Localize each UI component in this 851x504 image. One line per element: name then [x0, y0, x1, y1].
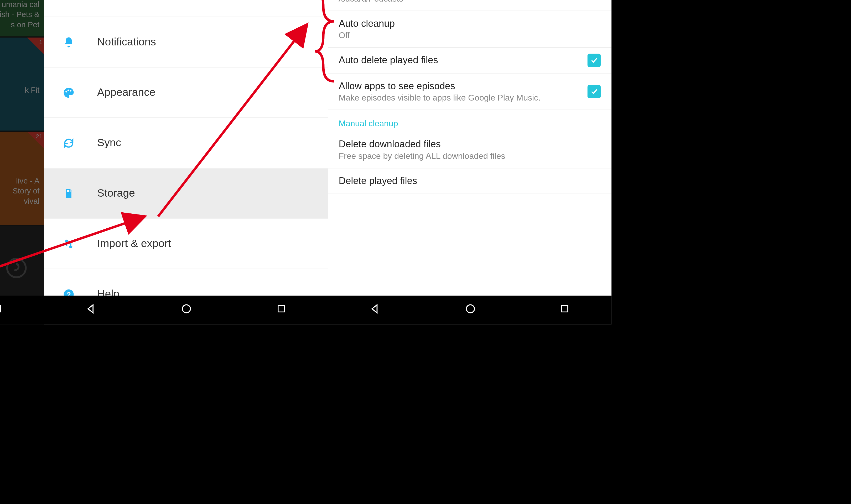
pref-summary: Make episodes visible to apps like Googl… [339, 93, 601, 102]
nav-back-icon[interactable] [86, 303, 98, 317]
pref-allow-apps-to-see-episodes[interactable]: Allow apps to see episodesMake episodes … [328, 73, 611, 110]
settings-item-label: Sync [97, 137, 121, 149]
pref-summary: Off [339, 31, 601, 40]
settings-item-label: Appearance [97, 86, 156, 99]
svg-point-41 [466, 305, 474, 313]
screen-drawer: SONOS 20:53 ⋮ 1 umania cal Fish - Pets &… [0, 0, 45, 324]
svg-rect-30 [69, 190, 69, 192]
settings-item-sync[interactable]: Sync [45, 118, 328, 168]
nav-back-icon[interactable] [369, 303, 382, 317]
svg-rect-35 [278, 306, 284, 312]
pref-auto-cleanup[interactable]: Auto cleanupOff [328, 11, 611, 48]
screen-settings-list: SONOS 20:53 Pocket Casts Playback Auto d… [45, 0, 328, 324]
svg-point-28 [70, 90, 72, 91]
pref-title: Delete played files [339, 176, 601, 186]
pref-auto-delete-played-files[interactable]: Auto delete played files [328, 48, 611, 73]
transfer-icon [58, 237, 79, 250]
android-nav-bar [45, 295, 328, 324]
settings-item-auto-download[interactable]: Auto download [45, 0, 328, 17]
palette-icon [58, 86, 79, 98]
sdcard-icon [58, 187, 79, 199]
pref-summary: Free space by deleting ALL downloaded fi… [339, 151, 601, 161]
pref-summary: /sdcard/Podcasts [339, 0, 601, 3]
bell-icon [58, 36, 79, 48]
settings-item-appearance[interactable]: Appearance [45, 68, 328, 118]
svg-rect-31 [70, 190, 71, 192]
settings-item-label: Storage [97, 187, 135, 199]
android-nav-bar [0, 295, 45, 324]
checkbox-icon[interactable] [588, 54, 601, 67]
checkbox-icon[interactable] [588, 85, 601, 98]
settings-item-storage[interactable]: Storage [45, 168, 328, 219]
sync-icon [58, 137, 79, 149]
svg-rect-29 [67, 190, 68, 192]
manual-cleanup-section-header: Manual cleanup [328, 110, 611, 132]
nav-home-icon[interactable] [464, 303, 476, 317]
svg-rect-42 [562, 306, 568, 312]
svg-point-34 [183, 305, 191, 313]
nav-recents-icon[interactable] [276, 303, 286, 317]
pref-delete-played-files[interactable]: Delete played files [328, 168, 611, 194]
pref-title: Auto delete played files [339, 55, 601, 66]
settings-item-import-export[interactable]: Import & export [45, 219, 328, 269]
pref-title: Delete downloaded files [339, 139, 601, 150]
pref-delete-downloaded-files[interactable]: Delete downloaded filesFree space by del… [328, 132, 611, 168]
nav-recents-icon[interactable] [0, 303, 3, 317]
nav-recents-icon[interactable] [559, 303, 570, 317]
settings-item-label: Notifications [97, 36, 156, 48]
pref-title: Allow apps to see episodes [339, 81, 601, 92]
svg-point-26 [66, 91, 67, 92]
settings-item-notifications[interactable]: Notifications [45, 17, 328, 68]
svg-rect-19 [0, 306, 1, 312]
settings-item-label: Import & export [97, 237, 171, 250]
nav-home-icon[interactable] [181, 303, 193, 317]
screen-storage-settings: SONOS 20:53 Storage Storage - 4 GB free … [328, 0, 611, 324]
svg-point-27 [68, 89, 69, 91]
pref-custom-folder-location[interactable]: Custom folder location/sdcard/Podcasts [328, 0, 611, 11]
pref-title: Auto cleanup [339, 18, 601, 29]
android-nav-bar [328, 295, 611, 324]
